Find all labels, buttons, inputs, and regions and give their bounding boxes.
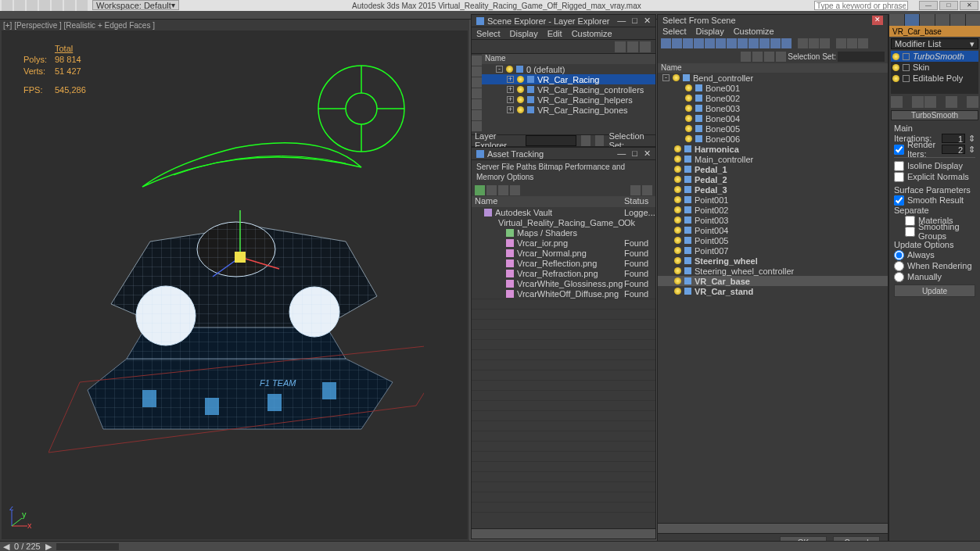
close-button[interactable]: ✕ [960, 1, 978, 10]
filter-button[interactable] [472, 55, 482, 66]
visibility-icon[interactable] [674, 257, 681, 264]
tree-item[interactable]: +VR_Car_Racing_bones [482, 105, 655, 115]
scene-list-row[interactable]: Point003 [658, 215, 888, 225]
visibility-icon[interactable] [674, 145, 681, 152]
visibility-icon[interactable] [685, 125, 692, 132]
materials-checkbox[interactable] [905, 216, 915, 226]
expand-icon[interactable]: - [496, 66, 503, 73]
modifier-stack[interactable]: TurboSmoothSkinEditable Poly [891, 51, 978, 94]
render-iters-spinner[interactable]: 2 [942, 145, 965, 154]
scene-list-row[interactable]: Harmonica [658, 144, 888, 154]
filter-button[interactable] [820, 38, 830, 48]
tool-button[interactable] [486, 185, 497, 195]
display-tab[interactable] [950, 14, 965, 26]
menu-customize[interactable]: Customize [572, 29, 612, 38]
qat-icon[interactable] [64, 0, 75, 11]
tool-button[interactable] [510, 185, 520, 195]
configure-button[interactable] [967, 96, 978, 108]
qat-icon[interactable] [77, 0, 88, 11]
app-icon[interactable] [2, 0, 13, 11]
filter-button[interactable] [672, 38, 682, 48]
layer-dropdown[interactable] [526, 135, 577, 146]
qat-icon[interactable] [27, 0, 38, 11]
scene-list-row[interactable]: Bone004 [658, 113, 888, 123]
explicit-checkbox[interactable] [894, 172, 904, 182]
visibility-icon[interactable] [685, 135, 692, 142]
visibility-icon[interactable] [674, 166, 681, 173]
modifier-expand-icon[interactable] [903, 75, 910, 82]
filter-button[interactable] [472, 99, 482, 109]
tool-button[interactable] [475, 185, 485, 195]
scene-list-row[interactable]: VR_Car_base [658, 276, 888, 286]
filter-button[interactable] [472, 110, 482, 120]
tree-header[interactable]: Name [482, 54, 655, 64]
scene-list-row[interactable]: Bone006 [658, 134, 888, 144]
maximize-icon[interactable]: □ [632, 16, 637, 26]
viewport-label[interactable]: [+] [Perspective ] [Realistic + Edged Fa… [3, 21, 155, 30]
scene-list-row[interactable]: Point007 [658, 245, 888, 256]
scene-list-row[interactable]: Bone001 [658, 83, 888, 93]
asset-row[interactable]: Virtual_Reality_Racing_Game_Off_Rigged_m… [472, 217, 655, 227]
update-button[interactable]: Update [894, 284, 975, 297]
visibility-icon[interactable] [674, 247, 681, 254]
render-iters-checkbox[interactable] [894, 145, 904, 155]
menu-display[interactable]: Display [510, 29, 538, 38]
filter-button[interactable] [809, 38, 819, 48]
horizontal-scrollbar[interactable] [658, 523, 888, 533]
viewport[interactable]: F1 TEAM z x y [+] [Perspective ] [Realis… [0, 20, 469, 541]
visibility-icon[interactable] [517, 86, 524, 93]
modifier-toggle-icon[interactable] [892, 75, 899, 82]
filter-button[interactable] [472, 66, 482, 77]
minimize-icon[interactable]: — [617, 16, 626, 26]
hierarchy-tab[interactable] [920, 14, 935, 26]
filter-button[interactable] [705, 38, 715, 48]
filter-button[interactable] [748, 38, 759, 48]
create-tab[interactable] [889, 14, 904, 26]
viewport-canvas[interactable]: F1 TEAM z x y [2, 30, 468, 539]
expand-icon[interactable]: - [662, 74, 669, 81]
expand-icon[interactable]: + [507, 106, 514, 113]
filter-button[interactable] [798, 38, 808, 48]
visibility-icon[interactable] [685, 105, 692, 112]
scene-list-row[interactable]: Bone002 [658, 93, 888, 103]
tool-button[interactable] [615, 41, 626, 52]
expand-icon[interactable]: + [507, 76, 514, 83]
tree-item[interactable]: +VR_Car_Racing_controllers [482, 84, 655, 95]
scene-list-row[interactable]: Bone003 [658, 103, 888, 113]
scene-list-row[interactable]: Main_controller [658, 154, 888, 164]
filter-button[interactable] [661, 38, 671, 48]
dialog-title[interactable]: Select From Scene ✕ [658, 15, 888, 26]
visibility-icon[interactable] [517, 106, 524, 113]
stack-button[interactable] [924, 96, 936, 108]
layer-button[interactable] [581, 135, 590, 146]
smoothing-groups-checkbox[interactable] [905, 227, 915, 237]
maximize-icon[interactable]: □ [632, 148, 637, 159]
list-header[interactable]: Name [658, 63, 888, 73]
help-search[interactable] [814, 1, 908, 10]
asset-row[interactable]: Maps / Shaders [472, 227, 655, 238]
stack-button[interactable] [912, 96, 924, 108]
scene-list-row[interactable]: Pedal_3 [658, 184, 888, 195]
modify-tab[interactable] [905, 14, 920, 26]
modifier-toggle-icon[interactable] [892, 64, 899, 71]
modifier-expand-icon[interactable] [903, 53, 910, 60]
tool-button[interactable] [741, 52, 751, 62]
modifier-list-dropdown[interactable]: Modifier List▾ [891, 38, 978, 49]
filter-button[interactable] [781, 38, 792, 48]
expand-icon[interactable]: + [507, 86, 514, 93]
scene-list-row[interactable]: Pedal_1 [658, 164, 888, 174]
filter-button[interactable] [738, 38, 748, 48]
filter-button[interactable] [472, 77, 482, 88]
scene-explorer-title[interactable]: Scene Explorer - Layer Explorer —□✕ [472, 15, 655, 27]
visibility-icon[interactable] [674, 206, 681, 213]
tool-button[interactable] [640, 41, 651, 52]
close-icon[interactable]: ✕ [644, 16, 651, 26]
layer-button[interactable] [595, 135, 604, 146]
asset-row[interactable]: VrcarWhiteOff_Diffuse.pngFound [472, 288, 655, 299]
filter-button[interactable] [847, 38, 857, 48]
visibility-icon[interactable] [685, 115, 692, 122]
modifier-stack-item[interactable]: Skin [891, 62, 978, 73]
menu-customize[interactable]: Customize [734, 27, 774, 36]
qat-icon[interactable] [39, 0, 50, 11]
visibility-icon[interactable] [517, 76, 524, 83]
